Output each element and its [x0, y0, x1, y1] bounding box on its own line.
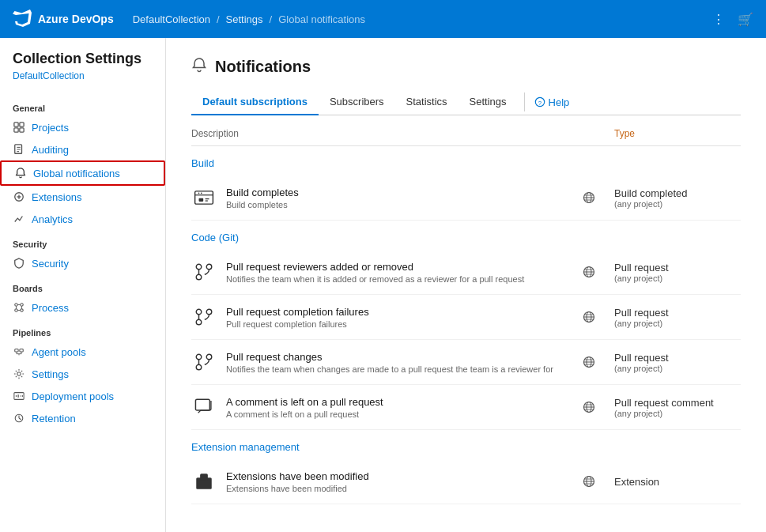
- svg-point-14: [21, 309, 24, 312]
- sidebar-subtitle: DefaultCollection: [0, 70, 165, 94]
- notif-pr-comment-content: A comment is left on a pull request A co…: [226, 396, 564, 419]
- top-nav: Azure DevOps DefaultCollection / Setting…: [0, 0, 766, 38]
- notif-type: Pull request (any project): [614, 262, 741, 283]
- app-logo[interactable]: Azure DevOps: [13, 9, 114, 28]
- build-completes-icon: [191, 185, 217, 210]
- svg-rect-20: [20, 349, 23, 353]
- notif-type: Extension: [614, 476, 741, 488]
- svg-point-49: [206, 264, 212, 270]
- pr-icon: [191, 304, 217, 330]
- agent-pools-icon: [13, 345, 25, 358]
- table-row: Pull request reviewers added or removed …: [191, 250, 741, 295]
- svg-rect-79: [200, 474, 208, 480]
- extension-icon: [191, 469, 217, 494]
- notif-title: Extensions have been modified: [226, 470, 564, 482]
- notif-extensions-modified-content: Extensions have been modified Extensions…: [226, 470, 564, 493]
- svg-point-57: [206, 309, 212, 315]
- shopping-bag-icon[interactable]: 🛒: [738, 12, 753, 27]
- svg-point-66: [196, 364, 202, 370]
- table-row: Build completes Build completes Build co…: [191, 175, 741, 221]
- notif-type: Build completed (any project): [614, 187, 741, 209]
- auditing-label: Auditing: [32, 144, 69, 156]
- notif-pr-completion-content: Pull request completion failures Pull re…: [226, 306, 564, 329]
- page-header: Notifications: [191, 57, 741, 77]
- section-code-git: Code (Git): [191, 221, 741, 250]
- sidebar-item-global-notifications[interactable]: Global notifications: [0, 160, 165, 186]
- tab-settings[interactable]: Settings: [458, 89, 518, 115]
- globe-icon: [573, 356, 605, 368]
- notif-pr-reviewers-content: Pull request reviewers added or removed …: [226, 261, 564, 284]
- breadcrumb-item-1[interactable]: Settings: [226, 13, 263, 25]
- notif-title: Build completes: [226, 187, 564, 198]
- agent-pools-label: Agent pools: [32, 346, 86, 358]
- projects-icon: [13, 121, 25, 134]
- sidebar-item-agent-pools[interactable]: Agent pools: [0, 341, 165, 363]
- svg-text:?: ?: [538, 100, 541, 107]
- section-label-pipelines: Pipelines: [0, 319, 165, 341]
- tab-default-subscriptions[interactable]: Default subscriptions: [191, 89, 319, 115]
- sidebar: Collection Settings DefaultCollection Ge…: [0, 38, 166, 532]
- app-name: Azure DevOps: [38, 13, 114, 25]
- globe-icon: [573, 191, 605, 204]
- svg-rect-1: [20, 123, 24, 126]
- notif-type: Pull request comment (any project): [614, 397, 741, 418]
- sidebar-item-analytics[interactable]: Analytics: [0, 208, 165, 230]
- retention-label: Retention: [32, 413, 76, 424]
- notif-desc: Extensions have been modified: [226, 484, 564, 493]
- notif-build-completes-content: Build completes Build completes: [226, 187, 564, 209]
- section-label-general: General: [0, 94, 165, 116]
- grid-icon[interactable]: ⋮: [712, 12, 725, 27]
- sidebar-item-settings[interactable]: Settings: [0, 363, 165, 385]
- notif-title: Pull request completion failures: [226, 306, 564, 318]
- pr-icon: [191, 349, 217, 375]
- svg-point-64: [196, 354, 202, 360]
- sidebar-item-retention[interactable]: Retention: [0, 407, 165, 429]
- extensions-label: Extensions: [32, 191, 82, 203]
- sidebar-item-auditing[interactable]: Auditing: [0, 138, 165, 160]
- notif-type: Pull request (any project): [614, 352, 741, 373]
- page-header-bell-icon: [191, 57, 207, 77]
- svg-point-50: [196, 274, 202, 280]
- extensions-icon: [13, 191, 25, 203]
- col-header-icon-space: [583, 128, 614, 139]
- table-row: A comment is left on a pull request A co…: [191, 385, 741, 430]
- svg-point-65: [206, 354, 212, 360]
- svg-point-48: [196, 264, 202, 270]
- sidebar-item-security[interactable]: Security: [0, 252, 165, 274]
- sidebar-title: Collection Settings: [0, 51, 165, 70]
- svg-rect-72: [195, 399, 209, 410]
- sidebar-item-extensions[interactable]: Extensions: [0, 186, 165, 208]
- table-row: Pull request completion failures Pull re…: [191, 295, 741, 340]
- svg-rect-19: [15, 349, 18, 353]
- tab-statistics[interactable]: Statistics: [395, 89, 458, 115]
- breadcrumb-item-0[interactable]: DefaultCollection: [133, 13, 210, 25]
- section-label-boards: Boards: [0, 274, 165, 296]
- projects-label: Projects: [32, 122, 69, 134]
- sidebar-item-deployment-pools[interactable]: Deployment pools: [0, 385, 165, 407]
- auditing-icon: [13, 143, 25, 156]
- global-notifications-label: Global notifications: [33, 168, 120, 179]
- breadcrumb-item-2: Global notifications: [278, 13, 365, 25]
- section-label-security: Security: [0, 230, 165, 252]
- notif-desc: Pull request completion failures: [226, 319, 564, 329]
- deployment-pools-icon: [13, 390, 25, 402]
- content-area: Notifications Default subscriptions Subs…: [166, 38, 766, 532]
- svg-rect-2: [14, 128, 18, 132]
- tab-help[interactable]: ? Help: [531, 90, 573, 115]
- svg-point-56: [196, 309, 202, 315]
- svg-point-25: [17, 372, 21, 375]
- sidebar-item-process[interactable]: Process: [0, 296, 165, 319]
- process-label: Process: [32, 302, 69, 314]
- tab-divider: [524, 92, 525, 111]
- globe-icon: [573, 475, 605, 488]
- breadcrumb: DefaultCollection / Settings / Global no…: [133, 13, 712, 25]
- table-row: Extensions have been modified Extensions…: [191, 459, 741, 504]
- settings-icon: [13, 368, 25, 380]
- tab-subscribers[interactable]: Subscribers: [319, 89, 395, 115]
- svg-point-11: [15, 304, 18, 307]
- notif-type: Pull request (any project): [614, 307, 741, 328]
- col-header-description: Description: [191, 128, 583, 139]
- globe-icon: [573, 401, 605, 413]
- comment-icon: [191, 394, 217, 420]
- sidebar-item-projects[interactable]: Projects: [0, 116, 165, 138]
